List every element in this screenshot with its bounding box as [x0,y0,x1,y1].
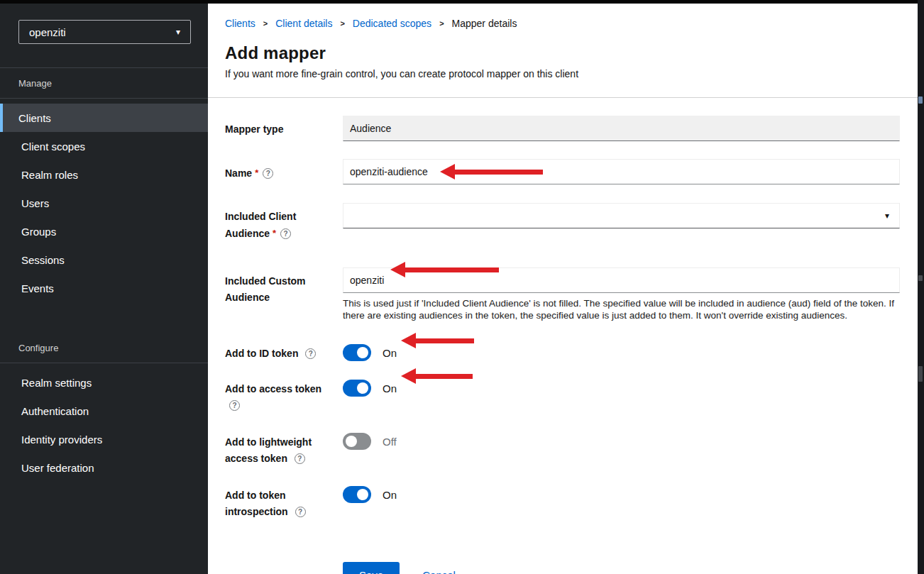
name-input[interactable] [343,159,900,184]
help-icon[interactable]: ? [263,168,273,179]
browser-scrollbar[interactable] [918,0,924,574]
page-subtitle: If you want more fine-grain control, you… [225,68,901,79]
add-to-token-introspection-state: On [383,489,397,501]
included-custom-audience-helper-text: This is used just if 'Included Client Au… [343,297,900,321]
sidebar-item-events[interactable]: Events [0,274,208,302]
breadcrumb-dedicated-scopes[interactable]: Dedicated scopes [353,18,431,29]
add-to-token-introspection-row: Add to token introspection ? On [225,486,900,520]
save-button[interactable]: Save [343,562,400,574]
included-custom-audience-input[interactable] [343,267,900,293]
mapper-type-input [343,116,900,141]
add-to-lightweight-access-token-row: Add to lightweight access token ? Off [225,433,900,467]
help-icon[interactable]: ? [280,228,291,239]
chevron-right-icon: > [263,19,268,28]
name-row: Name*? [225,159,900,184]
chevron-right-icon: > [340,19,344,28]
add-to-id-token-label: Add to ID token ? [225,344,343,362]
included-client-audience-label: Included Client Audience*? [225,203,343,242]
required-asterisk: * [273,228,276,238]
sidebar-item-clients[interactable]: Clients [0,104,208,132]
chevron-down-icon: ▾ [885,211,889,221]
sidebar-item-identity-providers[interactable]: Identity providers [0,425,208,453]
breadcrumb-client-details[interactable]: Client details [275,18,332,29]
included-client-audience-row: Included Client Audience*? ▾ [225,203,900,242]
sidebar-nav: openziti ▾ Manage Clients Client scopes … [0,4,208,574]
breadcrumb: Clients > Client details > Dedicated sco… [225,18,901,29]
breadcrumb-mapper-details: Mapper details [452,18,517,29]
add-to-lightweight-access-token-state: Off [383,436,397,448]
help-icon[interactable]: ? [295,453,305,464]
add-to-lightweight-access-token-toggle[interactable] [343,433,371,450]
included-client-audience-select[interactable]: ▾ [343,203,900,228]
sidebar-item-realm-roles[interactable]: Realm roles [0,160,208,189]
manage-nav-list: Clients Client scopes Realm roles Users … [0,99,208,302]
sidebar-section-configure: Configure [0,343,208,353]
sidebar-item-realm-settings[interactable]: Realm settings [0,368,208,397]
mapper-type-label: Mapper type [225,116,343,138]
realm-selector-dropdown[interactable]: openziti ▾ [18,20,191,44]
sidebar-divider [0,67,208,68]
add-to-id-token-state: On [383,347,397,359]
sidebar-item-user-federation[interactable]: User federation [0,453,208,482]
add-to-id-token-toggle[interactable] [343,344,371,361]
add-to-access-token-row: Add to access token ? On [225,380,900,414]
main-content: Clients > Client details > Dedicated sco… [208,4,918,574]
add-to-id-token-row: Add to ID token ? On [225,344,900,362]
sidebar-item-authentication[interactable]: Authentication [0,397,208,425]
keycloak-admin-page: openziti ▾ Manage Clients Client scopes … [0,0,924,574]
mapper-type-row: Mapper type [225,116,900,141]
configure-nav-list: Realm settings Authentication Identity p… [0,363,208,482]
required-asterisk: * [255,167,258,178]
top-window-bar [0,0,924,4]
add-mapper-form: Mapper type Name*? Included Client Audie… [208,98,918,574]
help-icon[interactable]: ? [305,348,316,359]
included-custom-audience-row: Included Custom Audience This is used ju… [225,267,900,321]
add-to-token-introspection-toggle[interactable] [343,486,371,503]
help-icon[interactable]: ? [295,507,306,517]
cancel-button[interactable]: Cancel [422,569,456,574]
sidebar-item-client-scopes[interactable]: Client scopes [0,132,208,160]
name-label: Name*? [225,159,343,182]
breadcrumb-clients[interactable]: Clients [225,18,255,29]
realm-selector-value: openziti [29,26,66,38]
page-title: Add mapper [225,43,901,63]
sidebar-item-users[interactable]: Users [0,189,208,217]
page-header: Clients > Client details > Dedicated sco… [208,4,918,98]
help-icon[interactable]: ? [229,400,240,411]
chevron-right-icon: > [439,19,444,28]
add-to-access-token-label: Add to access token ? [225,380,343,414]
add-to-access-token-toggle[interactable] [343,380,371,397]
add-to-token-introspection-label: Add to token introspection ? [225,486,343,520]
sidebar-item-sessions[interactable]: Sessions [0,245,208,274]
included-custom-audience-label: Included Custom Audience [225,267,343,306]
chevron-down-icon: ▾ [176,27,180,37]
form-actions: Save Cancel [343,562,900,574]
add-to-lightweight-access-token-label: Add to lightweight access token ? [225,433,343,467]
sidebar-section-manage: Manage [0,78,208,89]
sidebar-item-groups[interactable]: Groups [0,217,208,245]
add-to-access-token-state: On [383,382,397,394]
